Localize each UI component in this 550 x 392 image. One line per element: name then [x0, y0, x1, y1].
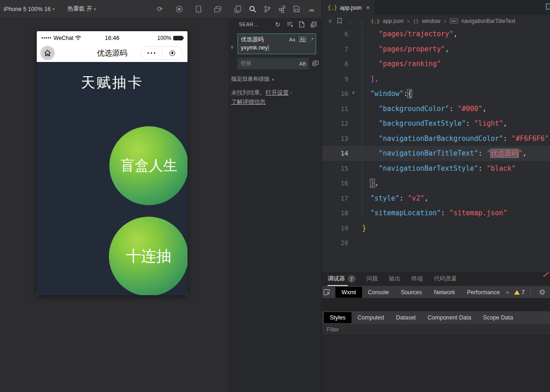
tab-terminal[interactable]: 终端: [412, 275, 423, 283]
tab-problems[interactable]: 问题: [367, 275, 378, 283]
open-settings-link[interactable]: 打开设置: [266, 90, 289, 96]
code-area[interactable]: 6"pages/trajectory",7"pages/property",8"…: [322, 27, 550, 272]
more-menu-button[interactable]: [141, 52, 162, 54]
more-tabs-icon[interactable]: »: [506, 289, 509, 296]
filter-placeholder: Filter: [327, 326, 339, 333]
code-line-19[interactable]: 19}: [322, 221, 550, 236]
line-number: 14: [322, 150, 348, 157]
code-line-14[interactable]: 14"navigationBarTitleText": "优选源码",: [322, 146, 550, 161]
preserve-case-toggle[interactable]: AB: [299, 61, 306, 67]
tab-wxml[interactable]: Wxml: [335, 287, 362, 298]
search-query-line2: yxymk.ney: [241, 45, 268, 51]
warning-icon: [514, 290, 520, 295]
match-case-toggle[interactable]: Aa: [289, 37, 295, 42]
tab-computed[interactable]: Computed: [352, 312, 390, 323]
tab-sources[interactable]: Sources: [395, 287, 428, 298]
tab-code-quality[interactable]: 代码质量: [434, 275, 457, 283]
bookmark-icon[interactable]: [337, 18, 342, 24]
dom-tree-area[interactable]: [322, 299, 550, 311]
tab-debugger[interactable]: 调试器 7: [328, 275, 356, 283]
code-line-6[interactable]: 6"pages/trajectory",: [322, 27, 550, 42]
styles-content-area[interactable]: [322, 336, 550, 392]
learn-more-link[interactable]: 了解详细信息: [231, 99, 266, 105]
battery-percent-label: 100%: [157, 35, 171, 41]
search-input[interactable]: 优选源码 yxymk.ney Aa Ab .*: [238, 34, 316, 54]
page-title: 优选源码: [97, 48, 127, 58]
tab-dataset[interactable]: Dataset: [390, 312, 422, 323]
device-preview-icon[interactable]: [194, 5, 203, 13]
warning-counter[interactable]: 7: [514, 289, 525, 296]
stop-record-icon[interactable]: [175, 5, 183, 13]
code-line-17[interactable]: 17"style": "v2",: [322, 191, 550, 206]
screen-title: 天赋抽卡: [37, 73, 187, 92]
styles-filter-input[interactable]: Filter: [322, 324, 550, 336]
replace-input[interactable]: 替换 AB: [238, 58, 309, 69]
device-selector-label: iPhone 5 100% 16: [4, 6, 51, 12]
code-line-18[interactable]: 18"sitemapLocation": "sitemap.json": [322, 206, 550, 221]
code-line-13[interactable]: 13"navigationBarBackgroundColor": "#F6F6…: [322, 131, 550, 146]
tab-app-json[interactable]: {.} app.json ×: [322, 0, 374, 15]
search-results-message: 未找到结果。打开设置 - 了解详细信息: [231, 88, 312, 106]
extensions-icon[interactable]: [278, 5, 286, 13]
tab-performance[interactable]: Performance: [461, 287, 506, 298]
line-number: 12: [322, 120, 348, 127]
code-line-10[interactable]: 10∨"window":{: [322, 86, 550, 101]
breadcrumb-property[interactable]: navigationBarTitleText: [461, 18, 516, 24]
search-panel-header: SEAR... ↻: [228, 18, 322, 30]
code-line-12[interactable]: 12"backgroundTextStyle": "light",: [322, 116, 550, 131]
regex-toggle[interactable]: .*: [310, 37, 313, 42]
multi-window-icon[interactable]: [214, 5, 222, 13]
ten-draw-button[interactable]: 十连抽: [109, 217, 187, 295]
debugger-badge: 7: [348, 275, 356, 283]
save-icon[interactable]: [293, 5, 301, 13]
wechat-devtools-window: iPhone 5 100% 16 ▾ 热重载 开 ▾ ⟳ ••••• WeCha…: [0, 0, 550, 392]
panel-resize-handle[interactable]: [543, 272, 549, 277]
code-line-8[interactable]: 8"pages/ranking": [322, 56, 550, 72]
outline-icon[interactable]: ≡: [329, 18, 332, 24]
tab-component-data[interactable]: Component Data: [422, 312, 477, 323]
toggle-replace-chevron[interactable]: ∨: [230, 44, 234, 50]
phone-nav-bar: 优选源码: [37, 45, 187, 62]
clear-results-icon[interactable]: [286, 21, 293, 28]
code-line-20[interactable]: 20: [322, 235, 550, 251]
home-button[interactable]: [40, 46, 55, 60]
code-line-9[interactable]: 9],: [322, 72, 550, 87]
styles-tab-bar: Styles Computed Dataset Component Data S…: [322, 311, 550, 324]
search-icon[interactable]: [249, 5, 256, 13]
code-line-11[interactable]: 11"backgroundColor": "#000",: [322, 101, 550, 117]
hot-reload-toggle[interactable]: 热重载 开 ▾: [68, 5, 96, 13]
breadcrumb-section[interactable]: window: [422, 18, 440, 24]
whole-word-toggle[interactable]: Ab: [299, 36, 306, 42]
new-search-editor-icon[interactable]: [298, 21, 305, 28]
close-icon[interactable]: ×: [366, 4, 370, 11]
inspect-element-icon[interactable]: [322, 289, 333, 296]
json-file-icon: {.}: [371, 18, 380, 24]
tab-output[interactable]: 输出: [389, 275, 401, 283]
collapse-all-icon[interactable]: [310, 21, 317, 28]
close-minimize-button[interactable]: [162, 50, 183, 56]
debugger-panel: 调试器 7 问题 输出 终端 代码质量 Wxml Console Sources…: [322, 272, 550, 392]
tab-console[interactable]: Console: [362, 287, 395, 298]
tab-scope-data[interactable]: Scope Data: [477, 312, 519, 323]
blind-box-life-button[interactable]: 盲盒人生: [109, 126, 187, 205]
code-line-16[interactable]: 16},: [322, 176, 550, 191]
fold-chevron-icon[interactable]: ∨: [352, 90, 355, 95]
split-editor-icon[interactable]: [546, 3, 550, 10]
tab-styles[interactable]: Styles: [324, 312, 352, 323]
device-selector[interactable]: iPhone 5 100% 16 ▾: [4, 6, 55, 12]
forward-arrow-icon[interactable]: →: [358, 18, 364, 24]
replace-all-icon[interactable]: [312, 60, 319, 67]
refresh-icon[interactable]: ⟳: [156, 5, 164, 13]
search-details-toggle[interactable]: 指定目录和排除 ▴: [231, 75, 322, 83]
back-arrow-icon[interactable]: ←: [347, 18, 353, 24]
refresh-search-icon[interactable]: ↻: [274, 21, 281, 28]
files-icon[interactable]: [234, 5, 242, 13]
code-line-15[interactable]: 15"navigationBarTextStyle": "black": [322, 161, 550, 176]
tab-network[interactable]: Network: [428, 287, 461, 298]
toolbar-divider: [530, 289, 531, 296]
cloud-icon[interactable]: ☁: [307, 5, 315, 13]
breadcrumb-file[interactable]: app.json: [383, 18, 403, 24]
source-control-icon[interactable]: [263, 5, 271, 13]
gear-icon[interactable]: ⚙: [539, 288, 545, 297]
code-line-7[interactable]: 7"pages/property",: [322, 42, 550, 57]
